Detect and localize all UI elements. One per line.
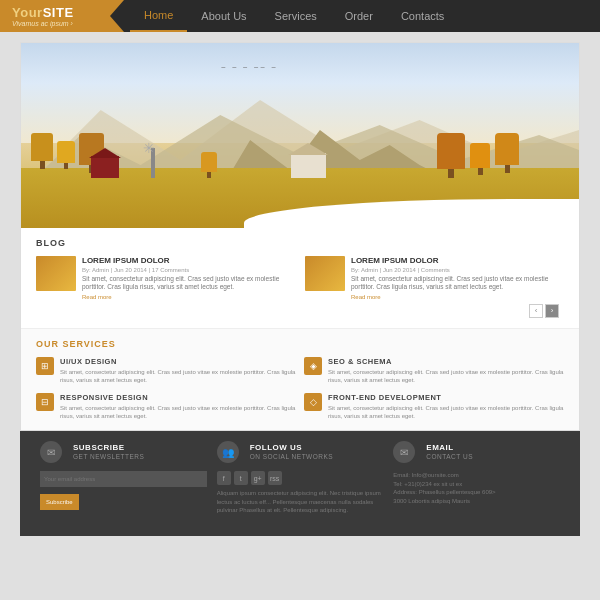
service-item-4: ◇ FRONT-END DEVELOPMENT Sit amet, consec… <box>304 393 564 421</box>
social-title: FOLLOW US <box>250 443 334 452</box>
blog-grid: LOREM IPSUM DOLOR By: Admin | Jun 20 201… <box>36 256 564 300</box>
content-box: ~ ~ ~ ~~ ~ BLOG LOREM IPSUM DOLOR By: Ad… <box>20 42 580 431</box>
subscribe-subtitle: GET NEWSLETTERS <box>73 453 144 460</box>
email-title: EMAIL <box>426 443 473 452</box>
barn <box>91 156 119 178</box>
subscribe-input-row <box>40 471 207 487</box>
email-line-4: 3000 Lobortis adipisq Mauris <box>393 497 560 505</box>
email-line-3: Address: Phasellus pellentesque 609> <box>393 488 560 496</box>
main-content: ~ ~ ~ ~~ ~ BLOG LOREM IPSUM DOLOR By: Ad… <box>0 32 600 600</box>
trees-right <box>437 133 519 178</box>
subscribe-titles: SUBSCRIBE GET NEWSLETTERS <box>73 443 144 465</box>
blog-meta-2: By: Admin | Jun 20 2014 | Comments <box>351 267 564 273</box>
subscribe-header: ✉ SUBSCRIBE GET NEWSLETTERS <box>40 441 207 467</box>
service-name-3: RESPONSIVE DESIGN <box>60 393 296 402</box>
blog-readmore-2[interactable]: Read more <box>351 294 564 300</box>
service-content-4: FRONT-END DEVELOPMENT Sit amet, consecte… <box>328 393 564 421</box>
blog-meta-1: By: Admin | Jun 20 2014 | 17 Comments <box>82 267 295 273</box>
service-content-1: UI/UX DESIGN Sit amet, consectetur adipi… <box>60 357 296 385</box>
email-line-2: Tel: +31(0)234 ex sit ut ex <box>393 480 560 488</box>
subscribe-title: SUBSCRIBE <box>73 443 144 452</box>
service-icon-4: ◇ <box>304 393 322 411</box>
email-titles: EMAIL CONTACT US <box>426 443 473 465</box>
blog-readmore-1[interactable]: Read more <box>82 294 295 300</box>
subscribe-button[interactable]: Subscribe <box>40 494 79 510</box>
service-desc-1: Sit amet, consectetur adipiscing elit. C… <box>60 368 296 385</box>
blog-prev-button[interactable]: ‹ <box>529 304 543 318</box>
email-line-1: Email: Info@oursite.com <box>393 471 560 479</box>
logo: YourSITE Vivamus ac ipsum › <box>0 0 110 32</box>
social-text: Aliquam ipsum consectetur adipiscing eli… <box>217 489 384 514</box>
nav-order[interactable]: Order <box>331 0 387 32</box>
blog-thumb-2 <box>305 256 345 291</box>
main-nav: Home About Us Services Order Contacts <box>130 0 458 32</box>
birds: ~ ~ ~ ~~ ~ <box>221 63 278 72</box>
service-name-2: SEO & SCHEMA <box>328 357 564 366</box>
blog-nav: ‹ › <box>36 304 564 318</box>
service-name-1: UI/UX DESIGN <box>60 357 296 366</box>
service-icon-3: ⊟ <box>36 393 54 411</box>
header: YourSITE Vivamus ac ipsum › Home About U… <box>0 0 600 32</box>
windmill <box>151 148 155 178</box>
footer-social-col: 👥 FOLLOW US ON SOCIAL NETWORKS f t g+ rs… <box>217 441 384 526</box>
email-icon: ✉ <box>393 441 415 463</box>
footer-email-col: ✉ EMAIL CONTACT US Email: Info@oursite.c… <box>393 441 560 526</box>
email-header: ✉ EMAIL CONTACT US <box>393 441 560 467</box>
footer-subscribe-col: ✉ SUBSCRIBE GET NEWSLETTERS Subscribe <box>40 441 207 526</box>
service-icon-2: ◈ <box>304 357 322 375</box>
facebook-icon[interactable]: f <box>217 471 231 485</box>
nav-contacts[interactable]: Contacts <box>387 0 458 32</box>
hero-image: ~ ~ ~ ~~ ~ <box>21 43 579 228</box>
nav-services[interactable]: Services <box>261 0 331 32</box>
services-grid: ⊞ UI/UX DESIGN Sit amet, consectetur adi… <box>36 357 564 421</box>
blog-content-1: LOREM IPSUM DOLOR By: Admin | Jun 20 201… <box>82 256 295 300</box>
trees-center <box>201 147 217 178</box>
blog-item-2: LOREM IPSUM DOLOR By: Admin | Jun 20 201… <box>305 256 564 300</box>
blog-item-title-2: LOREM IPSUM DOLOR <box>351 256 564 265</box>
footer: ✉ SUBSCRIBE GET NEWSLETTERS Subscribe 👥 … <box>20 431 580 536</box>
social-subtitle: ON SOCIAL NETWORKS <box>250 453 334 460</box>
services-title: OUR SERVICES <box>36 339 564 349</box>
logo-site: SITE <box>43 5 74 20</box>
blog-item-title-1: LOREM IPSUM DOLOR <box>82 256 295 265</box>
services-section: OUR SERVICES ⊞ UI/UX DESIGN Sit amet, co… <box>21 329 579 431</box>
service-item-2: ◈ SEO & SCHEMA Sit amet, consectetur adi… <box>304 357 564 385</box>
nav-about[interactable]: About Us <box>187 0 260 32</box>
service-content-2: SEO & SCHEMA Sit amet, consectetur adipi… <box>328 357 564 385</box>
subscribe-icon: ✉ <box>40 441 62 463</box>
blog-title: BLOG <box>36 238 564 248</box>
blog-thumb-1 <box>36 256 76 291</box>
service-desc-2: Sit amet, consectetur adipiscing elit. C… <box>328 368 564 385</box>
service-content-3: RESPONSIVE DESIGN Sit amet, consectetur … <box>60 393 296 421</box>
blog-text-2: Sit amet, consectetur adipiscing elit. C… <box>351 275 564 292</box>
service-item-3: ⊟ RESPONSIVE DESIGN Sit amet, consectetu… <box>36 393 296 421</box>
rss-icon[interactable]: rss <box>268 471 282 485</box>
service-item-1: ⊞ UI/UX DESIGN Sit amet, consectetur adi… <box>36 357 296 385</box>
blog-content-2: LOREM IPSUM DOLOR By: Admin | Jun 20 201… <box>351 256 564 300</box>
blog-section: BLOG LOREM IPSUM DOLOR By: Admin | Jun 2… <box>21 228 579 329</box>
logo-text: YourSITE <box>12 5 98 20</box>
twitter-icon[interactable]: t <box>234 471 248 485</box>
blog-next-button[interactable]: › <box>545 304 559 318</box>
blog-item-1: LOREM IPSUM DOLOR By: Admin | Jun 20 201… <box>36 256 295 300</box>
social-titles: FOLLOW US ON SOCIAL NETWORKS <box>250 443 334 465</box>
subscribe-email-input[interactable] <box>40 471 207 487</box>
service-desc-3: Sit amet, consectetur adipiscing elit. C… <box>60 404 296 421</box>
service-desc-4: Sit amet, consectetur adipiscing elit. C… <box>328 404 564 421</box>
gplus-icon[interactable]: g+ <box>251 471 265 485</box>
blog-text-1: Sit amet, consectetur adipiscing elit. C… <box>82 275 295 292</box>
nav-home[interactable]: Home <box>130 0 187 32</box>
social-icon: 👥 <box>217 441 239 463</box>
email-subtitle: CONTACT US <box>426 453 473 460</box>
service-name-4: FRONT-END DEVELOPMENT <box>328 393 564 402</box>
logo-tagline: Vivamus ac ipsum › <box>12 20 98 27</box>
house <box>291 153 326 178</box>
logo-your: Your <box>12 5 43 20</box>
service-icon-1: ⊞ <box>36 357 54 375</box>
social-icons-row: f t g+ rss <box>217 471 384 485</box>
social-header: 👥 FOLLOW US ON SOCIAL NETWORKS <box>217 441 384 467</box>
